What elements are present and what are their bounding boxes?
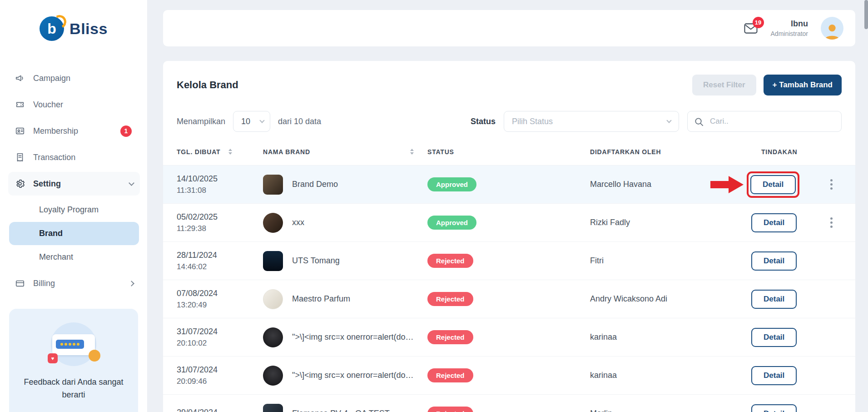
row-time: 20:10:02 — [177, 339, 263, 348]
page-title: Kelola Brand — [177, 79, 238, 91]
add-brand-button[interactable]: + Tambah Brand — [764, 75, 842, 95]
detail-button[interactable]: Detail — [751, 404, 797, 412]
topbar: 19 Ibnu Administrator — [163, 10, 855, 46]
sort-icon[interactable] — [410, 149, 414, 155]
reset-filter-button[interactable]: Reset Filter — [692, 75, 756, 95]
chevron-right-icon — [129, 281, 134, 286]
chevron-down-icon — [259, 118, 264, 123]
kebab-menu-icon[interactable] — [828, 214, 835, 231]
registered-by: Merlin — [590, 409, 751, 412]
avatar-person-icon — [822, 21, 842, 40]
gear-icon — [15, 179, 25, 189]
brand-name: Maestro Parfum — [292, 294, 350, 304]
sidebar-item-brand[interactable]: Brand — [9, 222, 139, 245]
sort-icon[interactable] — [228, 149, 232, 155]
sidebar-item-transaction[interactable]: Transaction — [8, 146, 140, 169]
registered-by: karinaa — [590, 332, 751, 342]
sidebar-item-setting[interactable]: Setting — [8, 172, 140, 196]
sidebar-item-merchant[interactable]: Merchant — [9, 246, 139, 269]
notifications-button[interactable]: 19 — [744, 22, 758, 35]
brand-name: Flamenco PV 4 - QA TEST — [292, 409, 390, 412]
show-label: Menampilkan — [177, 117, 225, 126]
table-row: 07/08/2024 13:20:49 Maestro Parfum Rejec… — [163, 280, 855, 318]
feedback-text: Feedback dari Anda sangat berarti — [24, 376, 124, 402]
page-size-select[interactable]: 10 — [233, 111, 270, 132]
user-avatar[interactable] — [821, 17, 843, 40]
detail-button[interactable]: Detail — [750, 175, 796, 194]
ticket-icon — [15, 100, 25, 110]
user-name: Ibnu — [771, 19, 808, 29]
sidebar-item-label: Setting — [33, 179, 61, 189]
detail-button[interactable]: Detail — [751, 251, 797, 271]
column-header-date[interactable]: TGL. DIBUAT — [177, 148, 263, 156]
table-row: 28/11/2024 14:46:02 UTS Tomang Rejected … — [163, 242, 855, 280]
sidebar-item-membership[interactable]: Membership 1 — [8, 119, 140, 143]
notification-count-badge: 19 — [753, 17, 764, 28]
table-row: 05/02/2025 11:29:38 xxx Approved Rizki F… — [163, 204, 855, 242]
sidebar-item-loyalty-program[interactable]: Loyalty Program — [9, 198, 139, 221]
sidebar-item-billing[interactable]: Billing — [8, 271, 140, 295]
row-time: 11:29:38 — [177, 224, 263, 233]
brand-logo — [263, 327, 283, 347]
of-total-label: dari 10 data — [278, 117, 321, 126]
status-badge: Rejected — [427, 254, 473, 268]
sidebar-item-label: Campaign — [33, 74, 70, 83]
bliss-logo: b Bliss — [0, 0, 147, 53]
sidebar-item-label: Membership — [33, 126, 78, 136]
filter-bar: Menampilkan 10 dari 10 data Status Pilih… — [163, 97, 855, 138]
feedback-panel: ♥ Feedback dari Anda sangat berarti — [9, 309, 138, 412]
row-date: 07/08/2024 — [177, 289, 263, 298]
status-badge: Approved — [427, 177, 476, 191]
bliss-logo-text: Bliss — [69, 20, 108, 38]
table-row: 31/07/2024 20:09:46 ">\]<img src=x onerr… — [163, 357, 855, 395]
app-root: b Bliss Campaign Voucher Membership — [0, 0, 868, 412]
detail-button[interactable]: Detail — [751, 213, 797, 232]
detail-button[interactable]: Detail — [751, 290, 797, 309]
column-header-brand[interactable]: NAMA BRAND — [263, 148, 427, 156]
sidebar-item-voucher[interactable]: Voucher — [8, 93, 140, 116]
row-date: 31/07/2024 — [177, 365, 263, 375]
person-icon — [89, 350, 100, 362]
row-date: 28/11/2024 — [177, 251, 263, 260]
sidebar-item-campaign[interactable]: Campaign — [8, 66, 140, 90]
brand-logo — [263, 404, 283, 412]
status-filter-select[interactable]: Pilih Status — [504, 111, 679, 132]
scrollbar-thumb[interactable] — [864, 0, 868, 29]
sidebar-item-label: Billing — [33, 279, 55, 288]
bliss-logo-icon: b — [40, 16, 64, 41]
status-filter-label: Status — [471, 117, 496, 126]
chevron-down-icon — [666, 118, 671, 123]
sidebar: b Bliss Campaign Voucher Membership — [0, 0, 148, 412]
search-icon — [694, 117, 704, 126]
brand-logo — [263, 289, 283, 309]
search-input[interactable] — [709, 116, 835, 126]
column-header-registered-by: DIDAFTARKAN OLEH — [590, 148, 751, 156]
brand-name: UTS Tomang — [292, 256, 340, 266]
membership-count-badge: 1 — [120, 126, 132, 137]
detail-button[interactable]: Detail — [751, 366, 797, 385]
kebab-menu-icon[interactable] — [828, 176, 835, 193]
receipt-icon — [15, 152, 25, 162]
table-row: 29/04/2024 Flamenco PV 4 - QA TEST Rejec… — [163, 395, 855, 412]
detail-button[interactable]: Detail — [751, 328, 797, 347]
registered-by: Rizki Fadly — [590, 218, 751, 227]
heart-icon: ♥ — [48, 353, 58, 363]
brand-logo — [263, 213, 283, 233]
brand-name: ">\]<img src=x onerror=alert(doc… — [292, 371, 417, 380]
status-badge: Rejected — [427, 292, 473, 306]
brand-management-card: Kelola Brand Reset Filter + Tambah Brand… — [163, 61, 855, 412]
registered-by: Fitri — [590, 256, 751, 266]
sidebar-item-label: Transaction — [33, 153, 75, 162]
row-date: 31/07/2024 — [177, 327, 263, 337]
sidebar-item-label: Voucher — [33, 100, 63, 110]
row-date: 29/04/2024 — [177, 408, 263, 412]
row-time: 11:31:08 — [177, 186, 263, 195]
search-box — [687, 111, 842, 132]
brand-name: ">\]<img src=x onerror=alert(doc… — [292, 332, 417, 342]
submenu-item-label: Loyalty Program — [39, 205, 99, 215]
row-date: 05/02/2025 — [177, 212, 263, 222]
table-header: TGL. DIBUAT NAMA BRAND STATUS DIDAFTARKA… — [163, 138, 855, 166]
status-badge: Approved — [427, 216, 476, 230]
main-content: 19 Ibnu Administrator Kelola Brand Reset… — [148, 0, 868, 412]
user-role: Administrator — [771, 30, 808, 38]
